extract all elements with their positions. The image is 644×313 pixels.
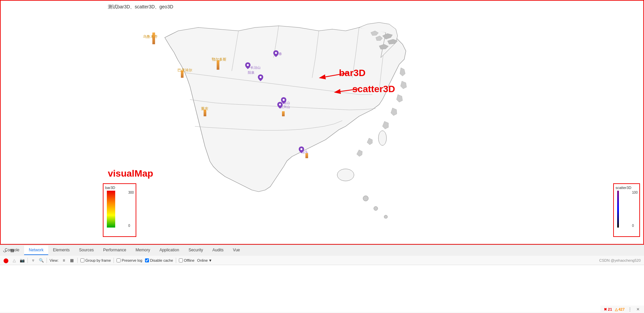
bar3d-urumqi: [152, 33, 155, 44]
view-list-icon[interactable]: ≡: [61, 258, 67, 263]
stop-button[interactable]: △: [11, 258, 17, 263]
record-button[interactable]: ⬤: [3, 258, 9, 263]
vismap-scatter3d-title: scatter3D: [616, 186, 638, 190]
separator-5: [176, 258, 176, 263]
bar3d-annotation: bar3D: [339, 68, 365, 78]
disable-cache-checkbox[interactable]: [145, 258, 149, 262]
label-urumqi: 乌鲁木齐: [143, 34, 158, 39]
svg-point-2: [363, 196, 368, 201]
label-bayan: 巴彦淖尔: [177, 68, 192, 73]
tab-audits[interactable]: Audits: [208, 246, 228, 255]
pin-shantou: [299, 146, 304, 153]
preserve-log-label: Preserve log: [122, 258, 142, 262]
offline-checkbox[interactable]: [179, 258, 183, 262]
preserve-log-group[interactable]: Preserve log: [117, 258, 142, 262]
separator-4: [114, 258, 114, 263]
group-by-frame-label: Group by frame: [85, 258, 111, 262]
vismap-bar3d: bar3D 300 0: [103, 183, 136, 237]
pin-main-cluster: [258, 74, 263, 81]
online-dropdown[interactable]: Online ▼: [197, 258, 212, 262]
scatter3d-annotation: scatter3D: [352, 84, 395, 95]
tab-application[interactable]: Application: [155, 246, 184, 255]
search-icon[interactable]: 🔍: [39, 258, 44, 263]
svg-point-5: [275, 52, 277, 54]
device-toolbar-icon[interactable]: ▤: [9, 248, 15, 253]
main-content: 测试bar3D、scatter3D、geo3D: [0, 0, 644, 245]
separator-1: [27, 258, 28, 263]
tab-elements[interactable]: Elements: [48, 246, 74, 255]
page-title: 测试bar3D、scatter3D、geo3D: [108, 4, 173, 10]
error-count: ✖ 21: [604, 307, 612, 312]
group-by-frame-group[interactable]: Group by frame: [80, 258, 111, 262]
devtools-toolbar: ⬤ △ 📷 ▿ 🔍 View: ≡ ▦ Group by frame Prese…: [0, 256, 644, 265]
offline-label: Offline: [184, 258, 195, 262]
svg-point-1: [337, 169, 354, 181]
vismap-bar3d-max: 300: [128, 191, 134, 194]
close-devtools-icon[interactable]: ✕: [635, 307, 641, 312]
vismap-scatter3d-max: 100: [632, 191, 638, 194]
group-by-frame-checkbox[interactable]: [80, 258, 84, 262]
csdn-label: CSDN @yehaocheng520: [599, 258, 641, 262]
view-grid-icon[interactable]: ▦: [69, 258, 75, 263]
tab-performance[interactable]: Performance: [98, 246, 131, 255]
devtools-left-icons: ◡ ▤: [0, 245, 17, 256]
bar3d-ordos: [217, 60, 219, 70]
screenshot-button[interactable]: 📷: [19, 258, 25, 263]
vismap-bar3d-gradient: [107, 191, 115, 228]
disable-cache-label: Disable cache: [150, 258, 173, 262]
bar3d-south: [305, 153, 308, 158]
svg-point-4: [384, 215, 387, 218]
view-label: View:: [50, 258, 59, 262]
disable-cache-group[interactable]: Disable cache: [145, 258, 173, 262]
inspect-element-icon[interactable]: ◡: [2, 248, 7, 253]
more-options-icon[interactable]: ⋮: [627, 307, 633, 312]
svg-point-3: [374, 206, 378, 210]
tab-vue[interactable]: Vue: [228, 246, 245, 255]
svg-point-9: [279, 104, 281, 106]
devtools-bar: ◡ ▤ Console Network Elements Sources Per…: [0, 245, 644, 313]
separator-2: [47, 258, 47, 263]
preserve-log-checkbox[interactable]: [117, 258, 121, 262]
filter-icon[interactable]: ▿: [30, 258, 36, 263]
bar3d-bayan: [181, 70, 184, 78]
label-yangquan: 阳泉: [248, 70, 255, 75]
tab-memory[interactable]: Memory: [131, 246, 155, 255]
svg-point-6: [247, 64, 249, 66]
svg-point-0: [378, 131, 386, 145]
map-area: 乌鲁木齐 鄂尔多斯 巴彦淖尔 重庆 长春 ~长治山 阳泉 昆山 宜兴山 仙头: [104, 11, 426, 218]
vismap-bar3d-min: 0: [128, 224, 134, 228]
vismap-scatter3d: scatter3D 100 0: [613, 183, 640, 237]
tab-security[interactable]: Security: [184, 246, 208, 255]
svg-point-7: [260, 76, 262, 78]
warning-count: △ 427: [615, 307, 625, 312]
pin-east-2: [277, 102, 283, 109]
separator-3: [77, 258, 78, 263]
vismap-bar3d-title: bar3D: [105, 186, 134, 190]
svg-point-8: [283, 99, 285, 101]
offline-group[interactable]: Offline: [179, 258, 195, 262]
tab-sources[interactable]: Sources: [74, 246, 98, 255]
bar3d-chongqing: [204, 110, 206, 116]
bar3d-east: [282, 111, 285, 116]
tab-network[interactable]: Network: [24, 246, 48, 255]
visualmap-annotation: visualMap: [108, 168, 153, 179]
chevron-down-icon: ▼: [208, 258, 212, 262]
svg-point-10: [300, 148, 302, 150]
online-label: Online: [197, 258, 208, 262]
pin-changzhi: [245, 62, 251, 69]
status-bar: ✖ 21 △ 427 ⋮ ✕: [600, 306, 644, 313]
vismap-scatter3d-min: 0: [632, 224, 638, 228]
pin-changchun: [273, 50, 279, 57]
vismap-scatter3d-gradient: [617, 191, 619, 228]
devtools-content: [0, 265, 644, 312]
